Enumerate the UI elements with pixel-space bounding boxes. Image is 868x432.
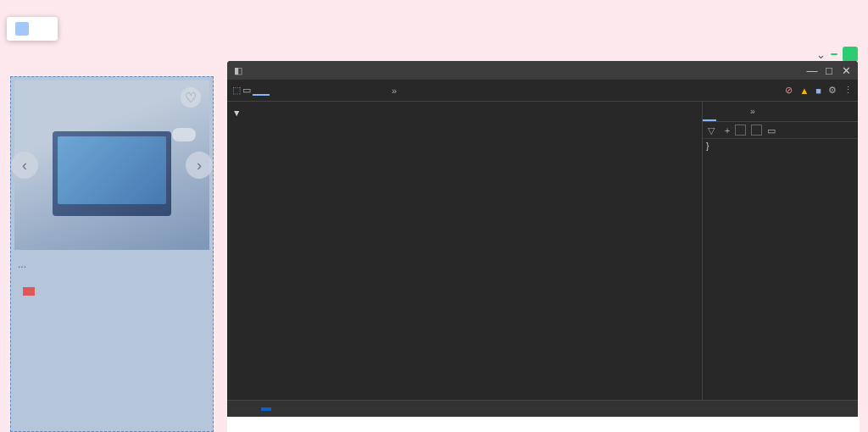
minimize-icon[interactable]: — [807, 65, 817, 75]
devtools-window: ◧ — □ ✕ ⬚ ▭ » ⊘ ▲ ■ ⚙ ⋮ ▼ [227, 61, 858, 417]
heart-icon[interactable]: ♡ [181, 87, 201, 108]
breadcrumb-item[interactable] [251, 407, 261, 411]
maximize-icon[interactable]: □ [824, 65, 834, 75]
product-card[interactable]: ♡ ‹ › ... [10, 76, 214, 432]
warning-count[interactable]: ▲ [799, 86, 809, 96]
tab-performance[interactable] [364, 86, 381, 95]
product-image-area[interactable]: ♡ ‹ › [14, 80, 209, 250]
tab-console[interactable] [271, 86, 288, 95]
kebab-icon[interactable]: ⋮ [843, 85, 853, 96]
inspect-tooltip [7, 17, 58, 41]
toggle-icon[interactable] [735, 125, 746, 136]
tab-computed[interactable] [716, 102, 730, 121]
flag-icon [23, 287, 35, 296]
gear-icon[interactable]: ⚙ [828, 85, 837, 96]
add-rule-icon[interactable]: + [725, 125, 730, 136]
dom-breadcrumb[interactable] [227, 400, 858, 417]
close-icon[interactable]: ✕ [841, 65, 851, 75]
breadcrumb-item[interactable] [241, 407, 251, 411]
tabs-more-icon[interactable]: » [383, 81, 405, 100]
product-title[interactable]: ... [18, 257, 206, 272]
panel-menu-icon[interactable]: ▭ [767, 125, 776, 136]
error-count[interactable]: ⊘ [785, 85, 793, 96]
devtools-icon: ◧ [234, 65, 242, 76]
laptop-image [53, 131, 171, 216]
image-icon [15, 22, 29, 36]
chat-icon[interactable] [843, 47, 858, 62]
device-icon[interactable]: ▭ [242, 85, 251, 96]
bottom-row-peek [227, 417, 860, 432]
tab-network[interactable] [346, 86, 363, 95]
breadcrumb-item-active[interactable] [261, 407, 271, 411]
tabs-more-icon[interactable]: » [743, 102, 762, 121]
tab-memory[interactable] [309, 86, 326, 95]
tab-sources[interactable] [290, 86, 307, 95]
dom-tree[interactable]: ▼ [227, 102, 702, 400]
breadcrumb-item[interactable] [231, 407, 241, 411]
prev-arrow-icon[interactable]: ‹ [11, 152, 38, 179]
toggle-icon[interactable] [751, 125, 762, 136]
tab-elements[interactable] [253, 86, 270, 96]
chevron-down-icon[interactable]: ⌄ [816, 48, 826, 61]
info-count[interactable]: ■ [815, 86, 821, 96]
new-badge [831, 53, 837, 55]
filter-icon[interactable]: ▽ [708, 125, 715, 136]
next-arrow-icon[interactable]: › [186, 152, 213, 179]
tab-styles[interactable] [703, 102, 716, 121]
styles-panel: » ▽ + ▭ } [702, 102, 858, 400]
tab-perf-insights[interactable] [327, 86, 344, 95]
add-compare-button[interactable] [172, 128, 196, 141]
tab-layout[interactable] [730, 102, 743, 121]
inspect-icon[interactable]: ⬚ [232, 85, 241, 96]
